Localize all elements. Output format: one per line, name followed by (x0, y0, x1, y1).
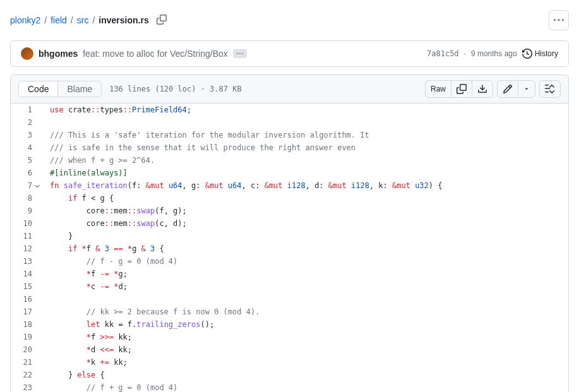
code-line: 17 // kk >= 2 because f is now 0 (mod 4)… (11, 306, 568, 318)
code-text[interactable]: if *f & 3 == *g & 3 { (40, 242, 164, 255)
code-text[interactable] (40, 116, 50, 129)
code-text[interactable]: // f - g = 0 (mod 4) (40, 255, 177, 268)
code-text[interactable]: } (40, 230, 73, 242)
code-line: 21 *k += kk; (11, 356, 568, 369)
code-line: 23 // f + g = 0 (mod 4) (11, 381, 568, 392)
copy-button[interactable] (451, 80, 472, 98)
line-number[interactable]: 13 (11, 255, 40, 268)
edit-group (497, 80, 535, 98)
more-options-button[interactable] (549, 10, 569, 30)
download-icon (477, 84, 487, 94)
code-text[interactable]: } else { (40, 369, 105, 381)
code-line: 4/// is safe in the sense that it will p… (11, 141, 568, 154)
line-number[interactable]: 12 (11, 242, 40, 255)
symbols-icon (545, 84, 555, 94)
symbols-button[interactable] (539, 80, 561, 98)
dot-sep: · (464, 49, 466, 58)
commit-meta: 7a81c5d · 9 months ago History (427, 49, 558, 59)
expand-commit-button[interactable] (233, 49, 247, 58)
code-text[interactable]: #[inline(always)] (40, 167, 128, 179)
line-number[interactable]: 1 (11, 104, 40, 116)
blame-tab[interactable]: Blame (58, 81, 101, 97)
code-text[interactable]: fn safe_iteration(f: &mut u64, g: &mut u… (40, 179, 443, 192)
history-label: History (535, 49, 558, 58)
line-number[interactable]: 10 (11, 217, 40, 230)
ellipsis-icon (236, 50, 244, 57)
code-line: 2 (11, 116, 568, 129)
code-text[interactable]: // kk >= 2 because f is now 0 (mod 4). (40, 306, 260, 318)
commit-author[interactable]: bhgomes (39, 49, 78, 59)
kebab-icon (554, 15, 564, 25)
line-number[interactable]: 7 (11, 179, 40, 192)
line-number[interactable]: 16 (11, 293, 40, 306)
line-number[interactable]: 4 (11, 141, 40, 154)
history-icon (522, 49, 532, 59)
raw-group: Raw (425, 80, 493, 98)
code-text[interactable]: core::mem::swap(f, g); (40, 205, 187, 217)
line-number[interactable]: 23 (11, 381, 40, 392)
code-text[interactable]: *k += kk; (40, 356, 128, 369)
code-text[interactable]: *d <<= kk; (40, 343, 132, 356)
code-text[interactable]: /// when f + g >= 2^64. (40, 154, 155, 167)
view-tabs: Code Blame (18, 81, 102, 97)
breadcrumb-sep: / (71, 15, 73, 25)
commit-info: bhgomes feat: move to alloc for Vec/Stri… (21, 47, 247, 60)
code-text[interactable] (40, 293, 50, 306)
code-line: 6#[inline(always)] (11, 167, 568, 179)
code-line: 1use crate::types::PrimeField64; (11, 104, 568, 116)
code-line: 5/// when f + g >= 2^64. (11, 154, 568, 167)
code-line: 15 *c -= *d; (11, 280, 568, 293)
latest-commit-bar: bhgomes feat: move to alloc for Vec/Stri… (10, 40, 569, 67)
code-line: 11 } (11, 230, 568, 242)
code-tab[interactable]: Code (19, 81, 58, 97)
line-number[interactable]: 20 (11, 343, 40, 356)
breadcrumb-link[interactable]: field (51, 15, 67, 25)
line-number[interactable]: 3 (11, 129, 40, 141)
author-avatar[interactable] (21, 47, 33, 60)
code-text[interactable]: /// is safe in the sense that it will pr… (40, 141, 355, 154)
code-text[interactable]: use crate::types::PrimeField64; (40, 104, 191, 116)
raw-button[interactable]: Raw (425, 80, 451, 98)
code-line: 18 let kk = f.trailing_zeros(); (11, 318, 568, 331)
line-number[interactable]: 6 (11, 167, 40, 179)
commit-age: 9 months ago (471, 49, 517, 58)
code-text[interactable]: /// This is a 'safe' iteration for the m… (40, 129, 369, 141)
commit-sha[interactable]: 7a81c5d (427, 49, 459, 58)
line-number[interactable]: 5 (11, 154, 40, 167)
code-text[interactable]: let kk = f.trailing_zeros(); (40, 318, 214, 331)
line-number[interactable]: 19 (11, 331, 40, 343)
code-line: 8 if f < g { (11, 192, 568, 205)
code-line: 20 *d <<= kk; (11, 343, 568, 356)
history-link[interactable]: History (522, 49, 558, 59)
breadcrumb-current: inversion.rs (98, 15, 148, 25)
copy-path-icon[interactable] (157, 15, 167, 27)
line-number[interactable]: 15 (11, 280, 40, 293)
line-number[interactable]: 14 (11, 268, 40, 280)
code-line: 13 // f - g = 0 (mod 4) (11, 255, 568, 268)
line-number[interactable]: 17 (11, 306, 40, 318)
file-info: 136 lines (120 loc) · 3.87 KB (109, 85, 242, 93)
code-text[interactable]: if f < g { (40, 192, 114, 205)
edit-button[interactable] (497, 80, 518, 98)
line-number[interactable]: 22 (11, 369, 40, 381)
line-number[interactable]: 21 (11, 356, 40, 369)
code-text[interactable]: *f >>= kk; (40, 331, 132, 343)
breadcrumb-link[interactable]: src (77, 15, 89, 25)
download-button[interactable] (472, 80, 493, 98)
edit-dropdown[interactable] (518, 80, 535, 98)
code-line: 10 core::mem::swap(c, d); (11, 217, 568, 230)
file-toolbar: Code Blame 136 lines (120 loc) · 3.87 KB… (11, 75, 568, 104)
line-number[interactable]: 9 (11, 205, 40, 217)
breadcrumb-sep: / (92, 15, 95, 25)
breadcrumb-link[interactable]: plonky2 (10, 15, 40, 25)
commit-message[interactable]: feat: move to alloc for Vec/String/Box (83, 49, 228, 59)
line-number[interactable]: 8 (11, 192, 40, 205)
code-text[interactable]: // f + g = 0 (mod 4) (40, 381, 177, 392)
code-text[interactable]: *f -= *g; (40, 268, 128, 280)
line-number[interactable]: 18 (11, 318, 40, 331)
line-number[interactable]: 2 (11, 116, 40, 129)
code-text[interactable]: core::mem::swap(c, d); (40, 217, 187, 230)
code-text[interactable]: *c -= *d; (40, 280, 128, 293)
code-line: 3/// This is a 'safe' iteration for the … (11, 129, 568, 141)
line-number[interactable]: 11 (11, 230, 40, 242)
